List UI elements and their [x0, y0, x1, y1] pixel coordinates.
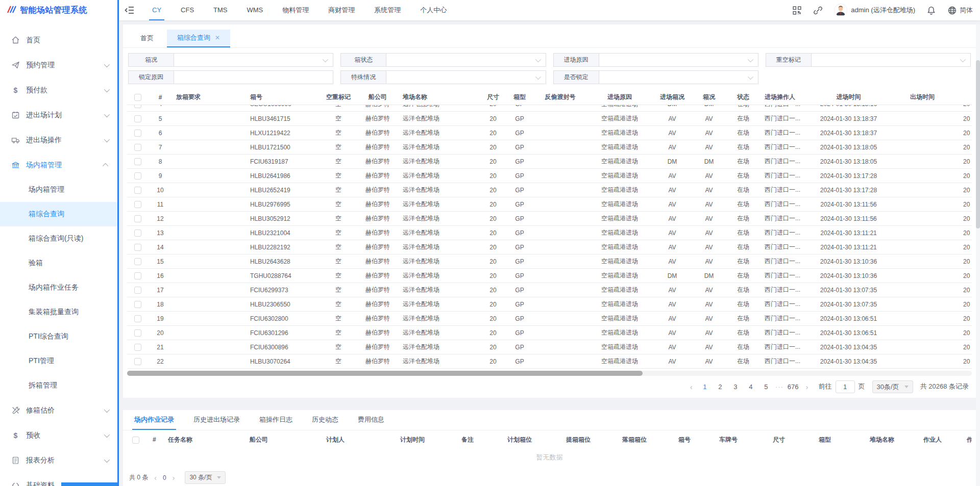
table-row[interactable]: 10HLBU2652419空赫伯罗特远洋仓配堆场20GP空箱疏港进场AVAV在场… [127, 183, 972, 197]
table-row[interactable]: 6HLXU1219422空赫伯罗特远洋仓配堆场20GP空箱疏港进场AVAV在场西… [127, 126, 972, 140]
sidebar-item-场内箱管理[interactable]: 场内箱管理 [0, 152, 117, 177]
row-checkbox[interactable] [134, 158, 141, 165]
next-page-button[interactable]: › [803, 382, 812, 391]
row-checkbox[interactable] [134, 144, 141, 151]
table-row[interactable]: 16TGHU0288764空赫伯罗特远洋仓配堆场20GP空箱疏港进场DMDM在场… [127, 269, 972, 283]
detail-current-page[interactable]: 0 [163, 474, 166, 481]
table-row[interactable]: 14HLBU2282192空赫伯罗特远洋仓配堆场20GP空箱疏港进场AVAV在场… [127, 240, 972, 254]
link-icon[interactable] [813, 6, 823, 15]
sidebar-subitem-PTI管理[interactable]: PTI管理 [0, 349, 117, 373]
sidebar-subitem-场内箱作业任务[interactable]: 场内箱作业任务 [0, 275, 117, 300]
row-checkbox[interactable] [134, 115, 141, 122]
table-row[interactable]: 13HLBU2321004空赫伯罗特远洋仓配堆场20GP空箱疏港进场AVAV在场… [127, 226, 972, 240]
detail-prev-page-button[interactable]: ‹ [154, 474, 157, 482]
table-row[interactable]: 7HLBU1721500空赫伯罗特远洋仓配堆场20GP空箱疏港进场AVAV在场西… [127, 140, 972, 155]
select-all-checkbox[interactable] [134, 94, 141, 101]
detail-tab-历史动态[interactable]: 历史动态 [312, 410, 338, 430]
sidebar-item-修箱估价[interactable]: 修箱估价 [0, 398, 117, 423]
sidebar-subitem-拆箱管理[interactable]: 拆箱管理 [0, 373, 117, 398]
filter-特殊情况-input[interactable] [386, 70, 546, 84]
row-checkbox[interactable] [134, 287, 141, 294]
page-vertical-scrollbar-thumb[interactable] [976, 60, 980, 228]
row-checkbox[interactable] [134, 229, 141, 237]
table-row[interactable]: 9HLBU2641986空赫伯罗特远洋仓配堆场20GP空箱疏港进场AVAV在场西… [127, 169, 972, 183]
prev-page-button[interactable]: ‹ [687, 382, 696, 391]
filter-锁定原因-input[interactable] [174, 70, 333, 84]
page-button-1[interactable]: 1 [699, 383, 711, 391]
table-row[interactable]: 22HLBU3070264空赫伯罗特远洋仓配堆场20GP空箱疏港进场AVAV在场… [127, 354, 972, 369]
row-checkbox[interactable] [134, 301, 141, 308]
sidebar-subitem-场内箱管理[interactable]: 场内箱管理 [0, 177, 117, 202]
sidebar-item-预付款[interactable]: $预付款 [0, 78, 117, 103]
row-checkbox[interactable] [134, 329, 141, 337]
nav-item-个人中心[interactable]: 个人中心 [410, 0, 456, 20]
sidebar-item-预收[interactable]: $预收 [0, 423, 117, 448]
table-row[interactable]: 18HLBU2306550空赫伯罗特远洋仓配堆场20GP空箱疏港进场AVAV在场… [127, 297, 972, 312]
sidebar-subitem-PTI综合查询[interactable]: PTI综合查询 [0, 324, 117, 349]
row-checkbox[interactable] [134, 344, 141, 351]
row-checkbox[interactable] [134, 272, 141, 279]
nav-item-物料管理[interactable]: 物料管理 [273, 0, 318, 20]
table-row[interactable]: 8FCIU6319187空赫伯罗特远洋仓配堆场20GP空箱疏港进场DMDM在场西… [127, 155, 972, 169]
nav-item-CFS[interactable]: CFS [171, 0, 204, 20]
detail-page-size-select[interactable]: 30 条/页 [185, 471, 226, 484]
sidebar-item-进出场计划[interactable]: 进出场计划 [0, 103, 117, 127]
table-row[interactable]: 11HLBU2976995空赫伯罗特远洋仓配堆场20GP空箱疏港进场AVAV在场… [127, 197, 972, 212]
row-checkbox[interactable] [134, 187, 141, 194]
table-row[interactable]: 17FCIU6299373空赫伯罗特远洋仓配堆场20GP空箱疏港进场AVAV在场… [127, 283, 972, 297]
qrcode-icon[interactable] [792, 6, 802, 15]
page-size-select[interactable]: 30条/页 [872, 380, 913, 393]
nav-item-WMS[interactable]: WMS [237, 0, 273, 20]
row-checkbox[interactable] [134, 130, 141, 137]
sidebar-item-首页[interactable]: 首页 [0, 28, 117, 53]
table-row[interactable]: 21FCIU6300896空赫伯罗特远洋仓配堆场20GP空箱疏港进场AVAV在场… [127, 340, 972, 354]
nav-item-CY[interactable]: CY [142, 0, 171, 20]
filter-箱况-input[interactable] [174, 53, 333, 67]
table-row[interactable]: 12HLBU3052912空赫伯罗特远洋仓配堆场20GP空箱疏港进场AVAV在场… [127, 212, 972, 226]
row-checkbox[interactable] [134, 258, 141, 265]
nav-item-商财管理[interactable]: 商财管理 [318, 0, 364, 20]
close-icon[interactable]: ✕ [215, 34, 220, 41]
detail-tab-箱操作日志[interactable]: 箱操作日志 [259, 410, 292, 430]
filter-进场原因-input[interactable] [599, 53, 758, 67]
sidebar-item-报表分析[interactable]: 报表分析 [0, 448, 117, 473]
row-checkbox[interactable] [134, 172, 141, 180]
table-row[interactable]: 19FCIU6302800空赫伯罗特远洋仓配堆场20GP空箱疏港进场AVAV在场… [127, 312, 972, 326]
page-tab-首页[interactable]: 首页 [130, 30, 164, 47]
goto-page-input[interactable]: 1 [836, 380, 855, 393]
filter-重空标记-input[interactable] [812, 53, 971, 67]
page-button-676[interactable]: 676 [787, 383, 800, 391]
nav-item-TMS[interactable]: TMS [204, 0, 237, 20]
row-checkbox[interactable] [134, 315, 141, 322]
row-checkbox[interactable] [134, 105, 141, 108]
page-button-4[interactable]: 4 [745, 383, 757, 391]
language-switch[interactable]: 简体 [947, 6, 973, 15]
row-checkbox[interactable] [134, 244, 141, 251]
page-tab-箱综合查询[interactable]: 箱综合查询✕ [167, 30, 230, 47]
user-menu[interactable]: admin (远洋仓配堆场) [834, 4, 915, 17]
sidebar-subitem-集装箱批量查询[interactable]: 集装箱批量查询 [0, 300, 117, 324]
bell-icon[interactable] [926, 6, 936, 15]
row-checkbox[interactable] [134, 215, 141, 222]
sidebar-item-预约管理[interactable]: 预约管理 [0, 53, 117, 78]
row-checkbox[interactable] [134, 201, 141, 208]
sidebar-subitem-箱综合查询(只读)[interactable]: 箱综合查询(只读) [0, 226, 117, 251]
sidebar-scrollbar-thumb[interactable] [61, 482, 117, 486]
table-row[interactable]: 15HLBU2643628空赫伯罗特远洋仓配堆场20GP空箱疏港进场AVAV在场… [127, 254, 972, 269]
detail-next-page-button[interactable]: › [173, 474, 175, 482]
filter-箱状态-input[interactable] [386, 53, 546, 67]
horizontal-scrollbar-thumb[interactable] [127, 371, 643, 376]
menu-fold-icon[interactable] [124, 5, 135, 16]
nav-item-系统管理[interactable]: 系统管理 [364, 0, 410, 20]
detail-select-all-checkbox[interactable] [132, 437, 139, 444]
page-button-5[interactable]: 5 [760, 383, 772, 391]
filter-是否锁定-input[interactable] [599, 70, 758, 84]
sidebar-subitem-验箱[interactable]: 验箱 [0, 251, 117, 275]
page-button-3[interactable]: 3 [729, 383, 742, 391]
page-button-2[interactable]: 2 [714, 383, 726, 391]
sidebar-item-进出场操作[interactable]: 进出场操作 [0, 127, 117, 152]
detail-tab-场内作业记录[interactable]: 场内作业记录 [134, 410, 174, 430]
detail-tab-历史进出场记录[interactable]: 历史进出场记录 [193, 410, 240, 430]
row-checkbox[interactable] [134, 358, 141, 365]
sidebar-subitem-箱综合查询[interactable]: 箱综合查询 [0, 202, 117, 226]
